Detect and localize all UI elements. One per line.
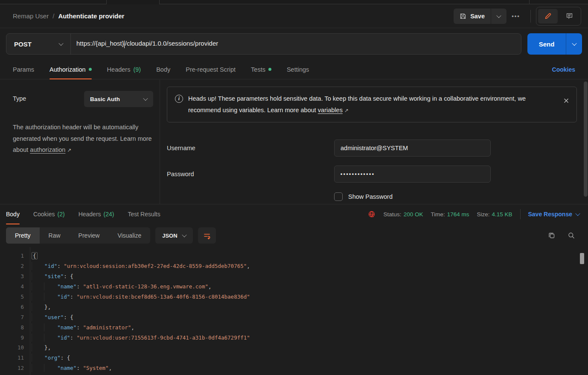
auth-type-panel: Type Basic Auth The authorization header…: [0, 80, 160, 204]
tab-tests[interactable]: Tests: [251, 60, 271, 79]
status-indicator: Status: 200 OK: [384, 211, 423, 218]
save-response-label: Save Response: [528, 211, 573, 218]
code-line: 5 "id": "urn:vcloud:site:bcef8d65-13a6-4…: [0, 292, 588, 302]
authorization-docs-link[interactable]: authorization: [30, 146, 65, 153]
comment-button[interactable]: [559, 9, 579, 23]
code-line: 1{: [0, 251, 588, 261]
tab-label: Pre-request Script: [186, 66, 236, 73]
code-line: 8 "name": "administrator",: [0, 322, 588, 332]
view-raw-button[interactable]: Raw: [40, 227, 70, 244]
chevron-down-icon: [572, 41, 576, 46]
comment-icon: [566, 12, 573, 20]
breadcrumb-current: Authenticate provider: [58, 12, 124, 20]
size-label: Size:: [477, 211, 489, 218]
window-tab-edge-middle[interactable]: [159, 0, 529, 4]
response-tab-test-results[interactable]: Test Results: [128, 204, 160, 224]
tab-headers[interactable]: Headers (9): [107, 60, 141, 79]
authorization-section: Type Basic Auth The authorization header…: [0, 80, 588, 204]
url-input[interactable]: https://{api_host}/cloudapi/1.0.0/sessio…: [71, 40, 224, 48]
search-response-button[interactable]: [568, 232, 575, 239]
banner-close-button[interactable]: [563, 97, 570, 104]
auth-scrollbar-thumb[interactable]: [584, 81, 588, 197]
edit-comment-group: [536, 7, 581, 26]
response-tab-headers[interactable]: Headers (24): [79, 204, 114, 224]
send-button[interactable]: Send: [527, 33, 566, 55]
more-options-button[interactable]: •••: [506, 13, 525, 19]
method-value: POST: [14, 41, 32, 48]
url-row: POST https://{api_host}/cloudapi/1.0.0/s…: [0, 28, 588, 60]
breadcrumb-parent[interactable]: Remap User: [13, 12, 49, 20]
variables-docs-link[interactable]: variables: [318, 107, 343, 113]
save-options-button[interactable]: [491, 9, 506, 24]
size-value: 4.15 KB: [492, 211, 512, 218]
password-field[interactable]: ••••••••••••: [334, 166, 491, 183]
header-divider: [530, 10, 531, 23]
auth-fields-panel: i Heads up! These parameters hold sensit…: [160, 80, 588, 204]
send-options-button[interactable]: [566, 33, 582, 55]
code-line: 11 "org": {: [0, 353, 588, 363]
save-response-button[interactable]: Save Response: [528, 211, 580, 218]
sensitive-data-banner: i Heads up! These parameters hold sensit…: [167, 87, 577, 122]
show-password-checkbox[interactable]: [334, 192, 343, 201]
status-label: Status:: [384, 211, 402, 218]
copy-response-button[interactable]: [548, 232, 556, 239]
edit-mode-button[interactable]: [538, 9, 558, 23]
tab-count: (9): [133, 66, 141, 73]
window-tab-edge-right[interactable]: [529, 0, 588, 4]
response-section: Body Cookies (2) Headers (24) Test Resul…: [0, 204, 588, 375]
url-text-before-cursor: https://{api_host}: [76, 40, 124, 47]
network-warning-icon[interactable]: [368, 210, 376, 218]
wrap-lines-button[interactable]: [198, 227, 216, 244]
save-icon: [460, 13, 466, 20]
response-scrollbar-thumb[interactable]: [580, 253, 584, 264]
cookies-link[interactable]: Cookies: [552, 66, 575, 73]
chevron-down-icon: [575, 211, 580, 216]
window-tab-strip: [0, 0, 588, 4]
show-password-label[interactable]: Show Password: [348, 193, 393, 200]
response-tab-cookies[interactable]: Cookies (2): [33, 204, 65, 224]
wrap-lines-icon: [203, 232, 211, 239]
auth-type-label: Type: [13, 95, 26, 107]
save-button-label: Save: [470, 13, 485, 20]
tab-count: (2): [58, 211, 65, 218]
tab-label: Body: [156, 66, 170, 73]
tab-label: Headers: [79, 211, 101, 218]
url-text-after-cursor: /cloudapi/1.0.0/sessions/provider: [125, 40, 218, 47]
request-header: Remap User / Authenticate provider Save …: [0, 4, 588, 28]
response-format-select[interactable]: JSON: [155, 227, 192, 244]
code-line: 10 },: [0, 343, 588, 353]
tab-label: Tests: [251, 66, 265, 73]
save-button-group: Save: [454, 9, 506, 24]
time-indicator: Time: 1764 ms: [431, 211, 469, 218]
window-tab-edge-left[interactable]: [0, 0, 107, 4]
tab-prerequest-script[interactable]: Pre-request Script: [186, 60, 236, 79]
password-label: Password: [167, 171, 334, 177]
tab-params[interactable]: Params: [13, 60, 34, 79]
code-line: 9 "id": "urn:vcloud:user:7155613f-9cbd-4…: [0, 332, 588, 343]
code-line: 12 "name": "System",: [0, 363, 588, 373]
code-line: 7 "user": {: [0, 312, 588, 322]
tab-label: Body: [6, 211, 20, 218]
auth-type-select[interactable]: Basic Auth: [84, 91, 153, 107]
tab-settings[interactable]: Settings: [287, 60, 309, 79]
tab-authorization[interactable]: Authorization: [49, 60, 92, 79]
view-pretty-button[interactable]: Pretty: [6, 227, 40, 244]
save-button[interactable]: Save: [454, 9, 491, 24]
tab-body[interactable]: Body: [156, 60, 170, 79]
tab-label: Settings: [287, 66, 309, 73]
tab-label: Params: [13, 66, 34, 73]
green-dot-indicator: [268, 68, 271, 71]
response-tabs: Body Cookies (2) Headers (24) Test Resul…: [0, 204, 588, 224]
meta-divider: [520, 209, 521, 219]
method-select[interactable]: POST: [6, 34, 71, 54]
size-indicator: Size: 4.15 KB: [477, 211, 512, 218]
postman-request-window: Remap User / Authenticate provider Save …: [0, 0, 588, 375]
response-tab-body[interactable]: Body: [6, 204, 20, 224]
breadcrumb-separator: /: [52, 12, 54, 20]
username-field[interactable]: administrator@SYSTEM: [334, 140, 491, 157]
view-visualize-button[interactable]: Visualize: [108, 227, 150, 244]
toolbar-right: [548, 232, 582, 239]
username-label: Username: [167, 145, 334, 151]
code-line: 4 "name": "atl1-vcd-static-128-36.eng.vm…: [0, 282, 588, 292]
view-preview-button[interactable]: Preview: [70, 227, 109, 244]
